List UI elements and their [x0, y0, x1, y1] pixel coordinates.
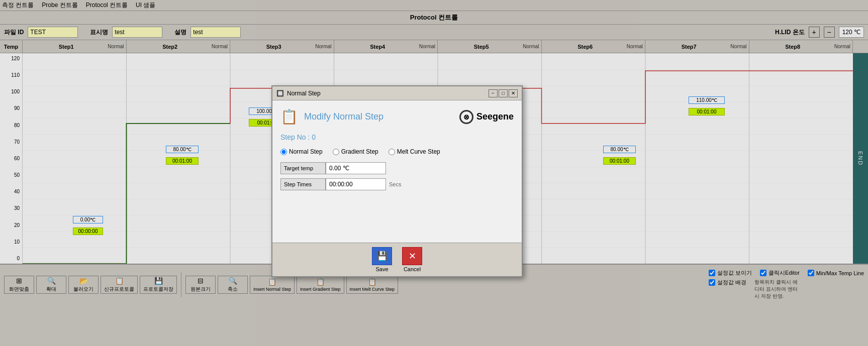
normal-step-modal: 🔲 Normal Step − □ ✕ 📋 Modify Normal Step… [271, 85, 523, 277]
modal-body: 📋 Modify Normal Step ⊗ Seegene Step No :… [272, 100, 522, 243]
target-temp-input[interactable] [326, 162, 386, 174]
radio-melt-label: Melt Curve Step [397, 148, 440, 155]
modal-footer: 💾 Save ✕ Cancel [272, 243, 522, 276]
modal-modify-title: Modify Normal Step [304, 111, 383, 122]
radio-gradient-label: Gradient Step [341, 148, 378, 155]
save-button-label: Save [375, 266, 388, 272]
modal-header-section: 📋 Modify Normal Step ⊗ Seegene [280, 108, 514, 125]
modal-close-button[interactable]: ✕ [509, 89, 518, 97]
modal-save-button[interactable]: 💾 Save [372, 247, 392, 272]
modal-titlebar-buttons: − □ ✕ [489, 89, 518, 97]
step-times-input[interactable] [326, 178, 386, 190]
step-times-label: Step Times [280, 178, 326, 190]
step-times-unit: Secs [389, 181, 401, 187]
save-icon: 💾 [372, 247, 392, 265]
step-no-label: Step No : 0 [280, 131, 514, 143]
step-times-row: Step Times Secs [280, 178, 514, 190]
seegene-circle-icon: ⊗ [459, 110, 473, 124]
modal-minimize-button[interactable]: − [489, 89, 498, 97]
cancel-icon: ✕ [402, 247, 422, 265]
radio-group: Normal Step Gradient Step Melt Curve Ste… [280, 148, 514, 155]
target-temp-label: Target temp [280, 162, 326, 174]
radio-gradient-step[interactable]: Gradient Step [333, 148, 378, 155]
seegene-logo: ⊗ Seegene [459, 110, 514, 124]
modal-title-icon: 🔲 [276, 90, 284, 97]
target-temp-row: Target temp [280, 162, 514, 174]
radio-normal-step[interactable]: Normal Step [280, 148, 323, 155]
radio-normal-label: Normal Step [289, 148, 323, 155]
modal-titlebar: 🔲 Normal Step − □ ✕ [272, 86, 522, 100]
modal-clipboard-icon: 📋 [280, 108, 298, 125]
seegene-logo-text: Seegene [476, 111, 514, 122]
modal-restore-button[interactable]: □ [499, 89, 508, 97]
modal-cancel-button[interactable]: ✕ Cancel [402, 247, 422, 272]
modal-title-text: Normal Step [287, 90, 489, 97]
radio-melt-curve-step[interactable]: Melt Curve Step [389, 148, 440, 155]
cancel-button-label: Cancel [404, 266, 421, 272]
